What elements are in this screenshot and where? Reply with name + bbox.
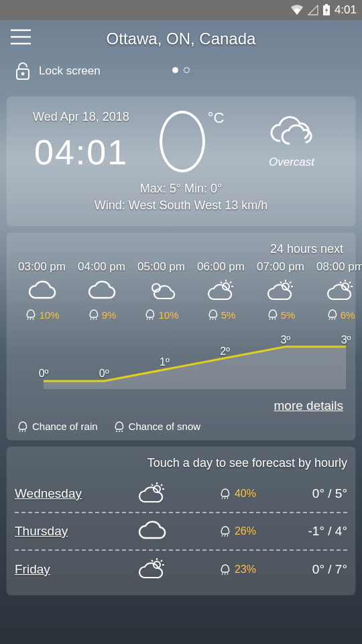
svg-line-12 — [96, 318, 97, 320]
cloud-icon — [27, 278, 57, 305]
chart-temp-label: 1º — [160, 356, 170, 368]
menu-button[interactable] — [9, 28, 32, 47]
svg-line-27 — [290, 282, 291, 283]
daily-title: Touch a day to see forecast by hourly — [15, 456, 347, 470]
chart-temp-label: 0º — [99, 368, 109, 380]
daily-precip: 26% — [189, 525, 256, 537]
svg-line-37 — [340, 282, 341, 283]
svg-point-6 — [21, 72, 25, 76]
svg-point-46 — [119, 431, 120, 432]
svg-line-29 — [280, 282, 282, 283]
svg-point-47 — [121, 431, 123, 432]
daily-row[interactable]: Wednesday40%0° / 5° — [15, 476, 347, 513]
hourly-time: 04:00 pm — [78, 260, 125, 274]
svg-line-19 — [230, 282, 231, 283]
svg-line-22 — [210, 318, 210, 320]
svg-line-24 — [215, 318, 216, 320]
hourly-time: 06:00 pm — [197, 260, 245, 274]
partly-sunny-icon — [115, 482, 189, 506]
svg-line-14 — [147, 318, 147, 320]
current-time: 04:01 — [17, 132, 145, 172]
svg-line-58 — [227, 535, 228, 537]
page-dot-0 — [172, 67, 178, 73]
page-indicator[interactable] — [172, 67, 190, 73]
cloud-icon — [115, 521, 189, 542]
condition-label: Overcast — [239, 156, 345, 169]
app-header: Ottawa, ON, Canada — [0, 20, 362, 58]
svg-line-21 — [221, 282, 222, 283]
svg-line-52 — [152, 484, 153, 486]
hourly-col[interactable]: 05:00 pm10% — [131, 260, 191, 321]
daily-day: Thursday — [15, 524, 115, 539]
svg-line-53 — [222, 497, 223, 499]
snow-chance-icon — [113, 420, 125, 432]
svg-line-38 — [329, 318, 330, 320]
hourly-precip: 10% — [143, 309, 178, 321]
svg-line-11 — [93, 318, 94, 320]
hourly-temp-chart: 0º0º1º2º3º3º — [16, 327, 346, 388]
hourly-col[interactable]: 07:00 pm5% — [251, 260, 310, 321]
unlock-icon — [15, 62, 31, 80]
daily-precip: 23% — [189, 564, 256, 576]
chart-temp-label: 3º — [280, 334, 290, 346]
hourly-forecast-card[interactable]: 24 hours next 03:00 pm10%04:00 pm9%05:00… — [7, 233, 355, 440]
more-details-link[interactable]: more details — [12, 398, 350, 413]
svg-rect-1 — [325, 4, 328, 6]
partly-sunny-icon — [115, 557, 189, 582]
hourly-time: 07:00 pm — [257, 260, 304, 274]
daily-row[interactable]: Thursday26%-1° / 4° — [15, 513, 347, 551]
current-temperature: °C — [152, 111, 232, 172]
chart-temp-label: 3º — [341, 334, 351, 346]
hourly-time: 05:00 pm — [137, 260, 185, 274]
svg-line-9 — [33, 318, 34, 320]
svg-line-30 — [269, 318, 270, 320]
current-weather-card[interactable]: Wed Apr 18, 2018 04:01 °C Overcast Max: … — [7, 97, 355, 226]
wind-label: Wind: West South West 13 km/h — [17, 199, 345, 213]
svg-line-66 — [227, 573, 228, 575]
hourly-col[interactable]: 03:00 pm10% — [12, 260, 72, 321]
hourly-col[interactable]: 08:00 pm6% — [310, 260, 362, 321]
daily-day: Friday — [15, 562, 115, 577]
minmax-label: Max: 5° Min: 0° — [17, 182, 345, 196]
lock-screen-label: Lock screen — [39, 64, 101, 78]
svg-line-23 — [213, 318, 213, 320]
svg-line-40 — [335, 318, 335, 320]
hourly-col[interactable]: 06:00 pm5% — [191, 260, 251, 321]
daily-temps: 0° / 5° — [256, 486, 347, 501]
temp-value-icon — [160, 111, 205, 172]
daily-forecast-card[interactable]: Touch a day to see forecast by hourly We… — [7, 447, 355, 595]
hourly-col[interactable]: 04:00 pm9% — [72, 260, 131, 321]
more-details-label: more details — [274, 398, 344, 413]
svg-line-56 — [222, 535, 223, 537]
hourly-precip: 5% — [266, 309, 296, 321]
hourly-row[interactable]: 03:00 pm10%04:00 pm9%05:00 pm10%06:00 pm… — [12, 260, 350, 321]
svg-line-15 — [149, 318, 150, 320]
current-date: Wed Apr 18, 2018 — [17, 110, 145, 124]
svg-line-64 — [222, 573, 223, 575]
daily-temps: 0° / 7° — [256, 562, 347, 577]
hourly-title: 24 hours next — [12, 242, 350, 256]
svg-marker-41 — [44, 347, 346, 390]
svg-line-63 — [152, 560, 153, 561]
cell-icon — [308, 5, 318, 15]
hamburger-icon — [9, 28, 32, 46]
cloud-icon — [87, 278, 117, 305]
svg-line-57 — [225, 535, 225, 537]
rain-chance-icon — [16, 420, 28, 432]
daily-day: Wednesday — [15, 486, 115, 501]
partly-cloudy-icon — [147, 278, 176, 305]
chart-temp-label: 0º — [39, 368, 49, 380]
hourly-precip: 9% — [87, 309, 117, 321]
svg-line-35 — [349, 282, 351, 283]
daily-row[interactable]: Friday23%0° / 7° — [15, 551, 347, 588]
partly-sunny-icon — [325, 278, 356, 305]
svg-line-61 — [161, 560, 162, 561]
svg-line-44 — [25, 430, 25, 432]
svg-line-54 — [225, 497, 225, 499]
svg-line-39 — [332, 318, 333, 320]
lock-screen-button[interactable]: Lock screen — [15, 62, 101, 80]
svg-point-45 — [116, 431, 117, 432]
page-dot-1 — [184, 67, 190, 73]
partly-sunny-icon — [265, 278, 296, 305]
partly-sunny-icon — [206, 278, 237, 305]
